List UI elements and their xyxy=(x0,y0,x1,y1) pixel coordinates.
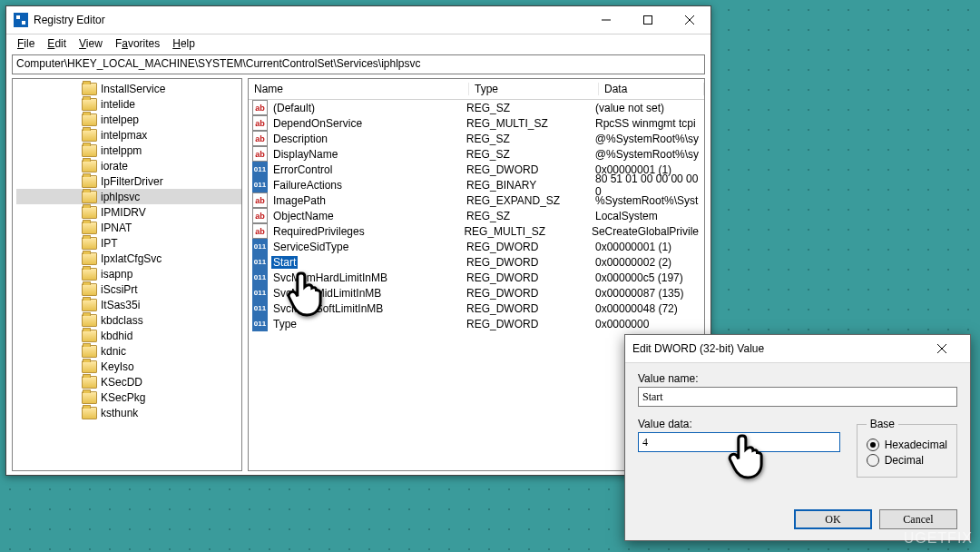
binary-icon: 011 xyxy=(252,301,268,316)
value-row[interactable]: abDependOnServiceREG_MULTI_SZRpcSS winmg… xyxy=(249,115,704,131)
minimize-button[interactable] xyxy=(585,6,627,34)
edit-dword-dialog: Edit DWORD (32-bit) Value Value name: Va… xyxy=(624,334,971,541)
tree-item-intelppm[interactable]: intelppm xyxy=(16,143,241,158)
menu-file[interactable]: File xyxy=(12,35,40,52)
binary-icon: 011 xyxy=(252,239,268,254)
tree-item-ksecdd[interactable]: KSecDD xyxy=(16,374,241,389)
tree-item-isapnp[interactable]: isapnp xyxy=(16,266,241,281)
value-row[interactable]: abObjectNameREG_SZLocalSystem xyxy=(249,208,704,223)
base-group: Base Hexadecimal Decimal xyxy=(857,418,957,478)
dialog-title: Edit DWORD (32-bit) Value xyxy=(632,342,921,355)
col-data[interactable]: Data xyxy=(599,83,704,95)
menu-help[interactable]: Help xyxy=(167,35,201,52)
menubar: File Edit View Favorites Help xyxy=(6,34,710,53)
folder-icon xyxy=(82,252,97,265)
folder-icon xyxy=(82,268,97,281)
value-name-label: Value name: xyxy=(638,372,957,385)
radio-decimal[interactable]: Decimal xyxy=(867,454,947,467)
folder-icon xyxy=(82,113,97,126)
folder-icon xyxy=(82,129,97,142)
value-row[interactable]: 011SvcMemMidLimitInMBREG_DWORD0x00000087… xyxy=(249,285,704,301)
tree-item-kbdhid[interactable]: kbdhid xyxy=(16,328,241,343)
window-title: Registry Editor xyxy=(34,14,585,26)
radio-empty-icon xyxy=(867,454,879,467)
string-icon: ab xyxy=(252,192,268,208)
value-row[interactable]: abDisplayNameREG_SZ@%SystemRoot%\sy xyxy=(249,146,704,162)
value-row[interactable]: 011ServiceSidTypeREG_DWORD0x00000001 (1) xyxy=(249,239,704,254)
menu-favorites[interactable]: Favorites xyxy=(110,35,165,52)
tree-item-ksthunk[interactable]: ksthunk xyxy=(16,405,241,420)
tree-item-ipmidrv[interactable]: IPMIDRV xyxy=(16,204,241,220)
tree-item-iphlpsvc[interactable]: iphlpsvc xyxy=(16,189,241,204)
folder-icon xyxy=(82,345,97,358)
folder-icon xyxy=(82,376,97,389)
watermark: UGETFIX xyxy=(904,530,973,547)
value-name-input[interactable] xyxy=(638,387,957,407)
tree-item-ipt[interactable]: IPT xyxy=(16,235,241,251)
string-icon: ab xyxy=(252,208,268,223)
string-icon: ab xyxy=(252,100,268,115)
tree-item-intelpep[interactable]: intelpep xyxy=(16,112,241,127)
value-row[interactable]: 011SvcMemHardLimitInMBREG_DWORD0x000000c… xyxy=(249,270,704,285)
titlebar[interactable]: Registry Editor xyxy=(6,6,710,34)
col-name[interactable]: Name xyxy=(249,83,469,95)
binary-icon: 011 xyxy=(252,316,268,331)
tree-item-keyiso[interactable]: KeyIso xyxy=(16,359,241,374)
value-row[interactable]: abDescriptionREG_SZ@%SystemRoot%\sy xyxy=(249,131,704,146)
tree-item-kbdclass[interactable]: kbdclass xyxy=(16,312,241,328)
folder-icon xyxy=(82,407,97,419)
value-row[interactable]: 011SvcMemSoftLimitInMBREG_DWORD0x0000004… xyxy=(249,301,704,316)
tree-item-ipxlatcfgsvc[interactable]: IpxlatCfgSvc xyxy=(16,251,241,266)
tree-item-installservice[interactable]: InstallService xyxy=(16,81,241,96)
folder-icon xyxy=(82,144,97,157)
folder-icon xyxy=(82,160,97,172)
binary-icon: 011 xyxy=(252,254,268,270)
value-row[interactable]: abImagePathREG_EXPAND_SZ%SystemRoot%\Sys… xyxy=(249,192,704,208)
tree-item-ksecpkg[interactable]: KSecPkg xyxy=(16,389,241,405)
cancel-button[interactable]: Cancel xyxy=(879,509,957,529)
radio-hexadecimal[interactable]: Hexadecimal xyxy=(867,439,947,451)
folder-icon xyxy=(82,299,97,311)
folder-icon xyxy=(82,98,97,111)
tree-item-itsas35i[interactable]: ItSas35i xyxy=(16,297,241,312)
value-data-label: Value data: xyxy=(638,418,840,430)
tree-item-ipfilterdriver[interactable]: IpFilterDriver xyxy=(16,173,241,189)
string-icon: ab xyxy=(252,131,268,146)
menu-edit[interactable]: Edit xyxy=(42,35,72,52)
string-icon: ab xyxy=(252,146,268,162)
value-row[interactable]: 011StartREG_DWORD0x00000002 (2) xyxy=(249,254,704,270)
value-data-input[interactable] xyxy=(638,432,840,452)
tree-item-iorate[interactable]: iorate xyxy=(16,158,241,173)
folder-icon xyxy=(82,360,97,373)
binary-icon: 011 xyxy=(252,285,268,301)
binary-icon: 011 xyxy=(252,162,268,177)
list-header[interactable]: Name Type Data xyxy=(249,79,704,100)
tree-item-kdnic[interactable]: kdnic xyxy=(16,343,241,359)
folder-icon xyxy=(82,206,97,219)
menu-view[interactable]: View xyxy=(74,35,108,52)
regedit-window: Registry Editor File Edit View Favorites… xyxy=(5,5,711,476)
folder-icon xyxy=(82,237,97,250)
binary-icon: 011 xyxy=(252,177,268,192)
dialog-titlebar[interactable]: Edit DWORD (32-bit) Value xyxy=(625,335,970,363)
col-type[interactable]: Type xyxy=(469,83,599,95)
value-row[interactable]: 011TypeREG_DWORD0x0000000 xyxy=(249,316,704,331)
value-row[interactable]: ab(Default)REG_SZ(value not set) xyxy=(249,100,704,115)
address-bar[interactable]: Computer\HKEY_LOCAL_MACHINE\SYSTEM\Curre… xyxy=(12,54,705,74)
folder-icon xyxy=(82,283,97,296)
folder-icon xyxy=(82,391,97,404)
maximize-button[interactable] xyxy=(627,6,669,34)
value-row[interactable]: abRequiredPrivilegesREG_MULTI_SZSeCreate… xyxy=(249,223,704,239)
tree-pane[interactable]: InstallServiceintelideintelpepintelpmaxi… xyxy=(12,78,242,471)
close-button[interactable] xyxy=(669,6,710,34)
tree-item-intelide[interactable]: intelide xyxy=(16,96,241,112)
folder-icon xyxy=(82,191,97,203)
tree-item-ipnat[interactable]: IPNAT xyxy=(16,220,241,235)
tree-item-intelpmax[interactable]: intelpmax xyxy=(16,127,241,143)
dialog-close-button[interactable] xyxy=(921,335,963,362)
ok-button[interactable]: OK xyxy=(794,509,872,529)
value-row[interactable]: 011FailureActionsREG_BINARY80 51 01 00 0… xyxy=(249,177,704,192)
string-icon: ab xyxy=(252,115,268,131)
radio-dot-icon xyxy=(867,439,879,451)
tree-item-iscsiprt[interactable]: iScsiPrt xyxy=(16,281,241,297)
